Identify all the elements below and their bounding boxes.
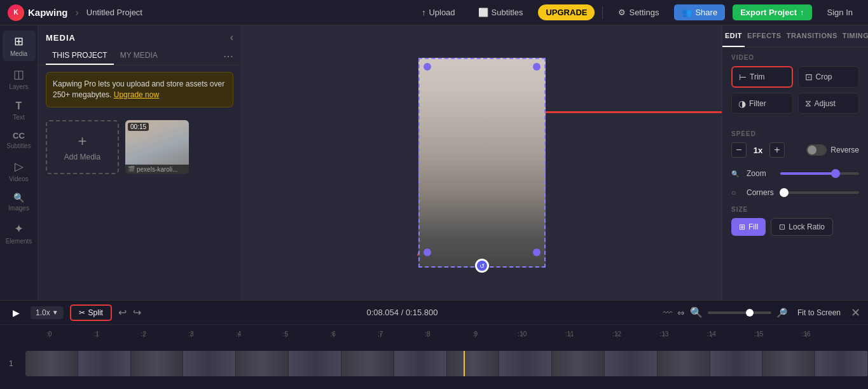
ruler-mark: :10 [499,331,546,338]
zoom-label: Zoom [747,169,775,178]
logo[interactable]: K Kapwing [8,4,68,21]
tab-my-media[interactable]: MY MEDIA [114,47,164,65]
upload-icon: ↑ [422,8,426,17]
ruler-marks: :0 :1 :2 :3 :4 :5 :6 :7 :8 :9 :10 :11 :1… [25,331,830,338]
resize-handle-tr[interactable] [533,63,541,71]
tab-this-project[interactable]: THIS PROJECT [46,47,114,65]
close-timeline-button[interactable]: ✕ [851,306,860,320]
speed-increase-button[interactable]: + [769,142,785,158]
logo-icon: K [8,4,24,21]
elements-icon: ✦ [14,222,24,236]
video-buttons: ⊢ Trim ⊡ Crop [731,66,859,88]
zoom-thumb[interactable] [831,169,840,178]
zoom-slider[interactable] [780,172,859,175]
timeline-track[interactable]: 1 [0,338,868,389]
sidebar-item-images[interactable]: 🔍 Images [3,189,36,215]
track-frame [183,351,236,376]
canvas-element-container[interactable]: ↺ [418,58,546,268]
zoom-slider-thumb[interactable] [746,309,754,317]
scissors-icon: ✂ [79,308,85,317]
upload-button[interactable]: ↑ Upload [414,4,463,20]
media-more-options[interactable]: ⋯ [223,50,233,62]
canvas-area[interactable]: ↺ [242,25,722,300]
sidebar-item-label: Layers [9,83,28,90]
track-strip[interactable] [25,351,868,376]
add-media-button[interactable]: + Add Media [46,120,119,174]
reverse-toggle[interactable] [806,144,827,156]
zoom-small-icon: 🔍 [731,170,741,177]
zoom-in-button[interactable]: 🔎 [776,308,787,318]
ruler-mark: :5 [262,331,309,338]
adjust-button[interactable]: ⧖ Adjust [798,93,860,114]
fit-to-screen-button[interactable]: Fit to Screen [792,306,846,319]
text-icon: T [16,100,22,112]
ruler-mark: :14 [688,331,735,338]
ruler-mark: :13 [640,331,687,338]
video-element[interactable] [418,58,546,268]
project-name[interactable]: Untitled Project [86,8,142,17]
upgrade-link[interactable]: Upgrade now [114,90,159,99]
speed-section-label: SPEED [731,130,859,137]
speed-decrease-button[interactable]: − [731,142,747,158]
resize-handle-tl[interactable] [424,63,431,71]
size-section-label: SIZE [731,206,859,213]
filter-button[interactable]: ◑ Filter [731,93,793,114]
sidebar-item-videos[interactable]: ▷ Videos [3,156,36,186]
chevron-down-icon: ▼ [52,309,59,316]
tab-edit[interactable]: EDIT [722,25,745,47]
undo-button[interactable]: ↩ [118,306,127,318]
crop-label: Crop [816,72,832,81]
timeline-zoom-slider[interactable] [708,311,771,314]
subtitles-icon: ⬜ [478,8,488,17]
ruler-mark: :4 [215,331,262,338]
settings-button[interactable]: ⚙ Settings [610,4,666,20]
resize-handle-bl[interactable] [424,249,431,256]
ruler-mark: :6 [309,331,356,338]
sidebar-item-text[interactable]: T Text [3,97,36,125]
tab-timing[interactable]: TIMING [840,25,868,47]
file-icon: 🎬 [128,166,135,172]
resize-handle-br[interactable] [533,249,541,256]
lock-ratio-button[interactable]: ⊡ Lock Ratio [771,218,833,236]
corners-slider-row: ○ Corners [731,186,859,200]
fill-button[interactable]: ⊞ Fill [731,218,766,236]
filter-icon: ◑ [738,99,746,109]
track-frame [289,351,341,376]
speed-selector[interactable]: 1.0x ▼ [31,306,64,319]
tab-transitions[interactable]: TRANSITIONS [784,25,840,47]
sidebar-item-label: Subtitles [6,142,31,149]
timeline-controls: ▶ 1.0x ▼ ✂ Split ↩ ↪ 0:08.054 / 0:15.800… [0,301,868,325]
corners-thumb[interactable] [780,188,789,197]
size-section: SIZE ⊞ Fill ⊡ Lock Ratio [722,202,868,241]
sidebar-item-subtitles[interactable]: CC Subtitles [3,127,36,153]
redo-button[interactable]: ↪ [133,306,141,318]
track-frame [658,351,710,376]
corners-slider[interactable] [780,191,859,194]
sidebar-item-media[interactable]: ⊞ Media [3,31,36,61]
split-button[interactable]: ✂ Split [70,304,112,321]
export-button[interactable]: Export Project ↑ [733,4,811,20]
sidebar-item-elements[interactable]: ✦ Elements [3,218,36,249]
speed-value: 1x [752,146,764,155]
collapse-panel-button[interactable]: ‹ [230,32,233,43]
zoom-out-button[interactable]: 🔍 [690,306,703,318]
trim-button[interactable]: ⊢ Trim [731,66,793,88]
waveform-icon: 〰 [663,308,672,318]
sidebar-item-layers[interactable]: ◫ Layers [3,64,36,94]
sidebar-item-label: Videos [9,175,28,182]
toggle-knob [808,146,816,154]
tab-effects[interactable]: EFFECTS [745,25,784,47]
track-frame [762,351,815,376]
speed-display: 1.0x [36,308,50,317]
subtitles-button[interactable]: ⬜ Subtitles [471,4,531,20]
upgrade-button[interactable]: UPGRADE [538,4,595,20]
share-button[interactable]: 👥 Share [674,4,725,20]
play-button[interactable]: ▶ [8,304,24,321]
adjust-icon: ⧖ [805,98,811,109]
signin-button[interactable]: Sign In [820,4,860,20]
crop-button[interactable]: ⊡ Crop [798,66,860,88]
layers-icon: ◫ [13,67,24,81]
rotate-handle[interactable]: ↺ [475,259,489,273]
split-label: Split [88,308,103,317]
media-thumbnail[interactable]: 00:15 🎬 pexels-karoli... [125,120,189,174]
